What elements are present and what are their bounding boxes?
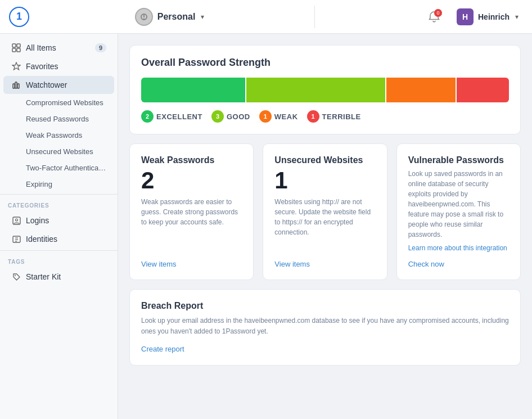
main-content: Overall Password Strength 2 EXCELLENT 3 … xyxy=(118,34,532,419)
legend-good: 3 GOOD xyxy=(211,110,250,123)
sidebar-item-logins[interactable]: Logins xyxy=(3,211,114,229)
sidebar-item-reused[interactable]: Reused Passwords xyxy=(3,111,114,127)
twofactor-label: Two-Factor Authentica… xyxy=(26,164,106,172)
sidebar-item-compromised[interactable]: Compromised Websites xyxy=(3,94,114,110)
sidebar-divider-2 xyxy=(0,250,118,251)
strength-weak xyxy=(386,78,456,102)
categories-title: CATEGORIES xyxy=(0,197,118,211)
unsecured-count: 1 xyxy=(274,169,375,192)
notification-badge: 0 xyxy=(434,9,442,17)
sidebar-item-starter-kit[interactable]: Starter Kit xyxy=(3,268,114,286)
svg-rect-8 xyxy=(15,82,17,88)
svg-rect-1 xyxy=(143,15,145,17)
unsecured-desc: Websites using http:// are not secure. U… xyxy=(274,197,375,252)
sidebar-item-twofactor[interactable]: Two-Factor Authentica… xyxy=(3,160,114,175)
header-left: 1 xyxy=(9,7,29,27)
sidebar-divider-1 xyxy=(0,194,118,195)
sidebar-item-weak[interactable]: Weak Passwords xyxy=(3,127,114,143)
all-items-badge: 9 xyxy=(95,43,106,52)
sidebar-item-identities[interactable]: Identities xyxy=(3,230,114,248)
grid-icon xyxy=(11,43,21,53)
svg-point-11 xyxy=(15,219,17,221)
weak-passwords-desc: Weak passwords are easier to guess. Crea… xyxy=(141,197,242,252)
svg-rect-6 xyxy=(17,48,20,52)
vulnerable-passwords-card: Vulnerable Passwords Look up saved passw… xyxy=(396,143,521,280)
vault-name: Personal xyxy=(157,12,196,22)
favorites-label: Favorites xyxy=(26,62,106,71)
header-right: 0 H Heinrich ▾ xyxy=(425,6,523,28)
legend-terrible-label: TERRIBLE xyxy=(322,112,361,121)
starter-kit-label: Starter Kit xyxy=(26,272,106,281)
vulnerable-check-link[interactable]: Check now xyxy=(408,260,509,268)
strength-card: Overall Password Strength 2 EXCELLENT 3 … xyxy=(129,45,521,134)
user-avatar: H xyxy=(457,8,474,25)
legend-weak-badge: 1 xyxy=(259,110,272,123)
strength-excellent xyxy=(141,78,245,102)
legend-excellent-badge: 2 xyxy=(141,110,154,123)
sidebar-item-expiring[interactable]: Expiring xyxy=(3,176,114,192)
sidebar: All Items 9 Favorites Watchtower Compr xyxy=(0,34,118,419)
sub-cards-grid: Weak Passwords 2 Weak passwords are easi… xyxy=(129,143,521,280)
svg-rect-9 xyxy=(17,84,19,88)
legend-excellent-label: EXCELLENT xyxy=(156,112,202,121)
header-divider xyxy=(314,6,315,28)
legend-good-label: GOOD xyxy=(227,112,250,121)
svg-point-2 xyxy=(143,18,145,19)
svg-rect-5 xyxy=(12,48,16,52)
watchtower-icon xyxy=(11,80,21,90)
legend-weak-label: WEAK xyxy=(274,112,298,121)
strength-good xyxy=(246,78,385,102)
weak-label: Weak Passwords xyxy=(26,131,82,139)
strength-legend: 2 EXCELLENT 3 GOOD 1 WEAK 1 TERRIBLE xyxy=(141,110,509,123)
main-layout: All Items 9 Favorites Watchtower Compr xyxy=(0,34,532,419)
breach-title: Breach Report xyxy=(141,301,509,311)
weak-passwords-card: Weak Passwords 2 Weak passwords are easi… xyxy=(129,143,254,280)
strength-title: Overall Password Strength xyxy=(141,57,509,69)
compromised-label: Compromised Websites xyxy=(26,98,103,107)
unsecured-view-link[interactable]: View items xyxy=(274,260,375,268)
legend-terrible: 1 TERRIBLE xyxy=(307,110,361,123)
user-menu-button[interactable]: H Heinrich ▾ xyxy=(452,6,523,28)
expiring-label: Expiring xyxy=(26,180,52,188)
vault-icon xyxy=(135,8,153,26)
sidebar-item-favorites[interactable]: Favorites xyxy=(3,57,114,75)
vault-chevron-icon: ▾ xyxy=(201,13,204,21)
create-report-link[interactable]: Create report xyxy=(141,345,184,353)
identities-label: Identities xyxy=(26,235,106,244)
tags-title: TAGS xyxy=(0,253,118,267)
logins-label: Logins xyxy=(26,216,106,225)
star-icon xyxy=(11,61,21,71)
app-logo[interactable]: 1 xyxy=(9,7,29,27)
svg-rect-3 xyxy=(12,44,16,47)
breach-desc: Look up your email address in the haveib… xyxy=(141,316,509,337)
weak-passwords-title: Weak Passwords xyxy=(141,155,242,165)
unsecured-websites-card: Unsecured Websites 1 Websites using http… xyxy=(263,143,387,280)
watchtower-label: Watchtower xyxy=(26,80,106,89)
sidebar-item-all-items[interactable]: All Items 9 xyxy=(3,39,114,57)
logins-icon xyxy=(11,215,21,226)
weak-passwords-count: 2 xyxy=(141,169,242,192)
svg-rect-4 xyxy=(17,44,20,47)
legend-good-badge: 3 xyxy=(211,110,224,123)
sidebar-item-watchtower[interactable]: Watchtower xyxy=(3,76,114,94)
user-name: Heinrich xyxy=(478,12,510,21)
user-chevron-icon: ▾ xyxy=(515,13,519,21)
all-items-label: All Items xyxy=(26,43,91,52)
reused-label: Reused Passwords xyxy=(26,115,89,123)
sidebar-item-unsecured[interactable]: Unsecured Websites xyxy=(3,143,114,159)
vulnerable-desc: Look up saved passwords in an online dat… xyxy=(408,169,509,240)
identities-icon xyxy=(11,234,21,244)
unsecured-title: Unsecured Websites xyxy=(274,155,375,165)
legend-excellent: 2 EXCELLENT xyxy=(141,110,202,123)
breach-report-card: Breach Report Look up your email address… xyxy=(129,289,521,366)
vault-selector[interactable]: Personal ▾ xyxy=(135,8,205,26)
unsecured-label: Unsecured Websites xyxy=(26,147,93,156)
strength-bar xyxy=(141,78,509,102)
notification-button[interactable]: 0 xyxy=(425,8,443,26)
vulnerable-learn-more-link[interactable]: Learn more about this integration xyxy=(408,244,509,252)
svg-point-16 xyxy=(15,275,16,276)
weak-passwords-view-link[interactable]: View items xyxy=(141,260,242,268)
strength-terrible xyxy=(457,78,509,102)
svg-rect-7 xyxy=(13,84,15,88)
legend-weak: 1 WEAK xyxy=(259,110,298,123)
